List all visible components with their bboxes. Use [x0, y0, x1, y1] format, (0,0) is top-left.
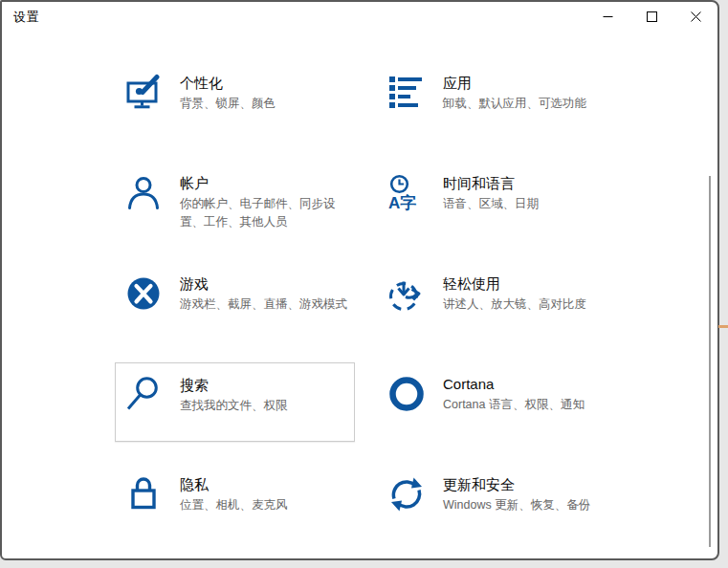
tile-title: 应用	[443, 74, 618, 93]
titlebar[interactable]: 设置	[2, 2, 717, 33]
tile-subtitle: 语音、区域、日期	[443, 195, 618, 213]
apps-icon	[387, 74, 426, 112]
gaming-icon	[124, 274, 163, 313]
tile-privacy[interactable]: 隐私 位置、相机、麦克风	[115, 463, 355, 542]
tile-subtitle: 位置、相机、麦克风	[180, 496, 355, 514]
update-security-icon	[387, 475, 426, 513]
tile-subtitle: Cortana 语言、权限、通知	[443, 396, 618, 414]
personalization-icon	[124, 74, 163, 112]
tile-title: Cortana	[443, 375, 618, 394]
tile-subtitle: Windows 更新、恢复、备份	[443, 496, 618, 514]
settings-category-grid: 个性化 背景、锁屏、颜色 应用 卸载、默认应用、可选功能 帐户 你的帐户、电子邮…	[115, 61, 618, 542]
tile-gaming[interactable]: 游戏 游戏栏、截屏、直播、游戏模式	[115, 262, 355, 341]
maximize-icon	[647, 11, 657, 22]
settings-window: 设置 个性化 背景、锁屏、颜色 应用 卸载、默认应用、可选功能 帐户 你的帐户、…	[0, 0, 719, 560]
tile-ease-of-access[interactable]: 轻松使用 讲述人、放大镜、高对比度	[378, 262, 618, 341]
tile-update-security[interactable]: 更新和安全 Windows 更新、恢复、备份	[378, 463, 618, 542]
window-title: 设置	[2, 9, 585, 26]
tile-personalization[interactable]: 个性化 背景、锁屏、颜色	[115, 61, 355, 141]
tile-title: 个性化	[180, 74, 355, 93]
tile-title: 搜索	[180, 376, 354, 395]
cortana-icon	[387, 375, 426, 413]
tile-cortana[interactable]: Cortana Cortana 语言、权限、通知	[378, 362, 618, 442]
tile-title: 隐私	[180, 475, 355, 494]
vertical-scrollbar[interactable]	[709, 176, 711, 547]
svg-text:A字: A字	[388, 193, 416, 212]
accounts-icon	[124, 174, 163, 212]
time-language-icon: A字	[387, 174, 426, 212]
tile-title: 帐户	[180, 174, 355, 193]
tile-title: 时间和语言	[443, 174, 618, 193]
tile-subtitle: 背景、锁屏、颜色	[180, 95, 355, 113]
tile-accounts[interactable]: 帐户 你的帐户、电子邮件、同步设 置、工作、其他人员	[115, 162, 355, 241]
tile-subtitle: 查找我的文件、权限	[180, 397, 354, 415]
search-icon	[124, 375, 163, 413]
tile-subtitle: 讲述人、放大镜、高对比度	[443, 295, 618, 314]
tile-subtitle: 卸载、默认应用、可选功能	[443, 95, 618, 113]
tile-time-language[interactable]: A字 时间和语言 语音、区域、日期	[378, 162, 618, 241]
close-icon	[691, 11, 701, 22]
minimize-icon	[603, 11, 613, 22]
minimize-button[interactable]	[585, 2, 629, 31]
backdrop-accent-mark	[718, 325, 728, 328]
tile-search[interactable]: 搜索 查找我的文件、权限	[115, 362, 355, 442]
tile-title: 更新和安全	[443, 475, 618, 494]
ease-of-access-icon	[387, 274, 426, 313]
tile-subtitle: 你的帐户、电子邮件、同步设 置、工作、其他人员	[180, 195, 355, 231]
tile-apps[interactable]: 应用 卸载、默认应用、可选功能	[378, 61, 618, 141]
tile-title: 游戏	[180, 274, 355, 294]
tile-title: 轻松使用	[443, 274, 618, 294]
privacy-icon	[124, 475, 163, 513]
tile-subtitle: 游戏栏、截屏、直播、游戏模式	[180, 295, 355, 314]
close-button[interactable]	[673, 2, 717, 31]
maximize-button[interactable]	[629, 2, 673, 31]
